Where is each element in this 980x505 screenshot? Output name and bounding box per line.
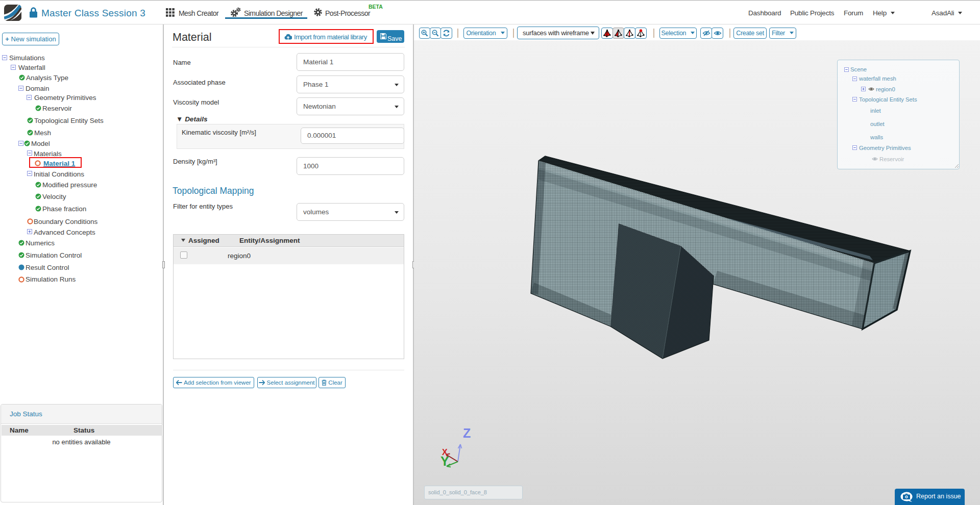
svg-text:Z: Z — [463, 426, 471, 440]
svg-text:Y: Y — [440, 454, 449, 468]
